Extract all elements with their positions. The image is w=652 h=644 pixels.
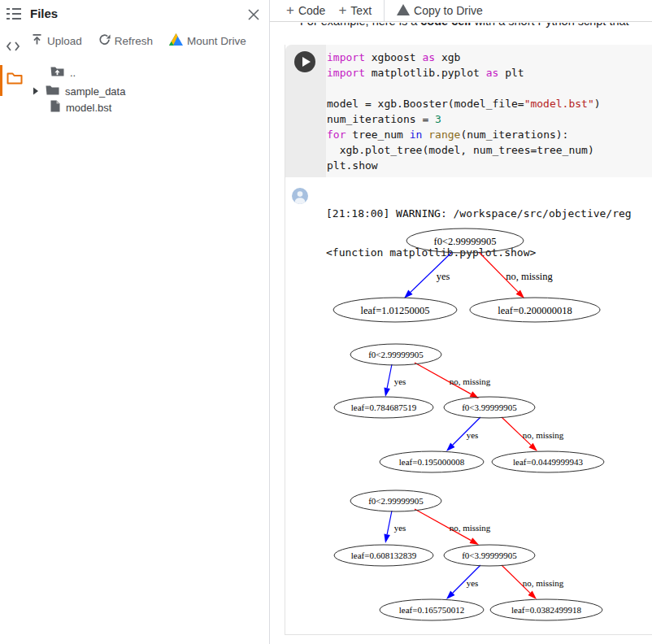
file-row-model-bst[interactable]: model.bst (50, 99, 111, 115)
run-cell-button[interactable] (294, 51, 315, 72)
file-row-label: .. (70, 67, 76, 79)
code-editor[interactable]: import xgboost as xgbimport matplotlib.p… (285, 45, 652, 177)
file-row-label: sample_data (65, 85, 125, 98)
code-content[interactable]: import xgboost as xgbimport matplotlib.p… (327, 50, 601, 173)
refresh-button[interactable]: Refresh (98, 33, 153, 48)
upload-icon (31, 33, 43, 48)
code-line: for tree_num in range(num_iterations): (327, 127, 601, 142)
files-panel-title: Files (30, 7, 58, 20)
files-panel-actions: Upload Refresh Mount Drive (31, 33, 246, 48)
table-of-contents-icon[interactable] (7, 7, 21, 24)
active-tab-indicator (0, 65, 2, 96)
output-line: <function matplotlib.pyplot.show> (326, 246, 632, 259)
output-line: [21:18:00] WARNING: /workspace/src/objec… (326, 207, 632, 220)
mount-drive-button[interactable]: Mount Drive (169, 33, 246, 48)
files-tab-folder-icon[interactable] (7, 72, 23, 89)
toolbar-divider (384, 0, 385, 21)
folder-up-icon (50, 66, 64, 80)
file-row-label: model.bst (66, 102, 111, 114)
file-row-sample-data[interactable]: sample_data (33, 83, 125, 99)
code-line: import xgboost as xgb (327, 50, 601, 65)
add-text-button[interactable]: + Text (338, 4, 372, 17)
refresh-icon (98, 33, 111, 48)
plus-icon: + (286, 5, 294, 16)
folder-icon (46, 85, 59, 98)
upload-button[interactable]: Upload (31, 33, 82, 48)
user-avatar-icon (292, 188, 308, 204)
notebook-toolbar: + Code + Text Copy to Drive (270, 0, 652, 22)
files-panel: Files Upload Refresh (0, 0, 270, 644)
drive-gray-icon (397, 4, 410, 18)
plus-icon: + (338, 5, 346, 16)
notebook-cell: import xgboost as xgbimport matplotlib.p… (285, 45, 652, 635)
drive-icon (169, 33, 183, 48)
file-icon (50, 100, 60, 115)
code-line (327, 80, 601, 96)
code-line: xgb.plot_tree(model, num_trees=tree_num) (327, 142, 601, 158)
close-icon[interactable] (245, 6, 263, 24)
file-row-parent-dir[interactable]: .. (50, 64, 76, 80)
code-line: plt.show (327, 158, 601, 173)
add-code-button[interactable]: + Code (286, 4, 325, 17)
cell-output-text: [21:18:00] WARNING: /workspace/src/objec… (326, 181, 632, 285)
code-snippets-icon[interactable] (6, 41, 20, 55)
code-line: import matplotlib.pyplot as plt (327, 65, 601, 80)
copy-to-drive-button[interactable]: Copy to Drive (397, 4, 483, 18)
code-line: num_iterations = 3 (327, 111, 601, 127)
chevron-right-icon[interactable] (33, 87, 39, 95)
code-line: model = xgb.Booster(model_file="model.bs… (327, 96, 601, 111)
markdown-text-clipped: For example, here is a code cell with a … (300, 23, 652, 30)
